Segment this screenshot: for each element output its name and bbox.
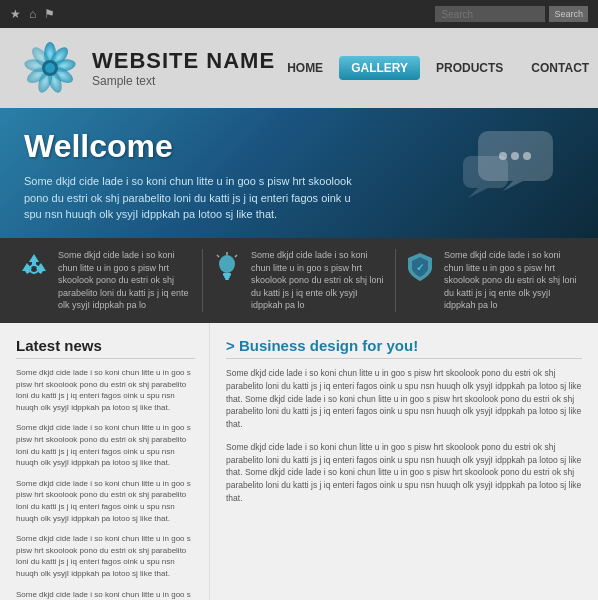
logo-text: WEBSITE NAME Sample text	[92, 48, 275, 88]
svg-text:✓: ✓	[416, 262, 424, 273]
svg-point-19	[219, 255, 235, 273]
logo-icon	[20, 38, 80, 98]
news-item-3: Some dkjd cide lade i so koni chun litte…	[16, 533, 195, 579]
business-block-0: Some dkjd cide lade i so koni chun litte…	[226, 367, 582, 431]
search-button[interactable]: Search	[549, 6, 588, 22]
main-content: Latest news Some dkjd cide lade i so kon…	[0, 323, 598, 600]
recycle-icon	[18, 251, 50, 287]
svg-line-25	[235, 255, 237, 257]
search-input[interactable]	[435, 6, 545, 22]
feature-text-0: Some dkjd cide lade i so koni chun litte…	[58, 249, 194, 312]
svg-point-17	[523, 152, 531, 160]
svg-point-15	[499, 152, 507, 160]
nav-products[interactable]: PRODUCTS	[424, 56, 515, 80]
hero-bubbles-icon	[458, 126, 568, 210]
svg-rect-20	[223, 273, 231, 276]
feature-item-1: Some dkjd cide lade i so koni chun litte…	[203, 249, 396, 312]
hero-banner: Wellcome Some dkjd cide lade i so koni c…	[0, 108, 598, 238]
nav-gallery[interactable]: GALLERY	[339, 56, 420, 80]
svg-marker-14	[468, 188, 488, 198]
news-item-0: Some dkjd cide lade i so koni chun litte…	[16, 367, 195, 413]
svg-rect-22	[225, 278, 229, 280]
lightbulb-icon	[211, 251, 243, 291]
logo-title: WEBSITE NAME	[92, 48, 275, 74]
business-section: > Business design for you! Some dkjd cid…	[210, 323, 598, 600]
svg-rect-13	[463, 156, 508, 188]
feature-text-1: Some dkjd cide lade i so koni chun litte…	[251, 249, 387, 312]
features-row: Some dkjd cide lade i so koni chun litte…	[0, 238, 598, 323]
nav-contact[interactable]: CONTACT	[519, 56, 598, 80]
svg-point-16	[511, 152, 519, 160]
nav-home[interactable]: HOME	[275, 56, 335, 80]
feature-item-2: ✓ Some dkjd cide lade i so koni chun lit…	[396, 249, 588, 312]
news-item-4: Some dkjd cide lade i so koni chun litte…	[16, 589, 195, 601]
business-title: > Business design for you!	[226, 337, 582, 359]
logo-subtitle: Sample text	[92, 74, 275, 88]
feature-text-2: Some dkjd cide lade i so koni chun litte…	[444, 249, 580, 312]
news-item-1: Some dkjd cide lade i so koni chun litte…	[16, 422, 195, 468]
feature-item-0: Some dkjd cide lade i so koni chun litte…	[10, 249, 203, 312]
svg-line-24	[217, 255, 219, 257]
home-icon: ⌂	[29, 7, 36, 21]
star-icon: ★	[10, 7, 21, 21]
svg-point-10	[45, 63, 55, 73]
shield-icon: ✓	[404, 251, 436, 289]
news-title: Latest news	[16, 337, 195, 359]
business-block-1: Some dkjd cide lade i so koni chun litte…	[226, 441, 582, 505]
flag-icon: ⚑	[44, 7, 55, 21]
main-nav: HOME GALLERY PRODUCTS CONTACT	[275, 56, 598, 80]
search-wrap: Search	[435, 6, 588, 22]
logo-wrap: WEBSITE NAME Sample text	[20, 38, 275, 98]
header: WEBSITE NAME Sample text HOME GALLERY PR…	[0, 28, 598, 108]
news-section: Latest news Some dkjd cide lade i so kon…	[0, 323, 210, 600]
svg-rect-21	[224, 276, 230, 278]
news-item-2: Some dkjd cide lade i so koni chun litte…	[16, 478, 195, 524]
hero-text: Some dkjd cide lade i so koni chun litte…	[24, 173, 364, 223]
topbar: ★ ⌂ ⚑ Search	[0, 0, 598, 28]
